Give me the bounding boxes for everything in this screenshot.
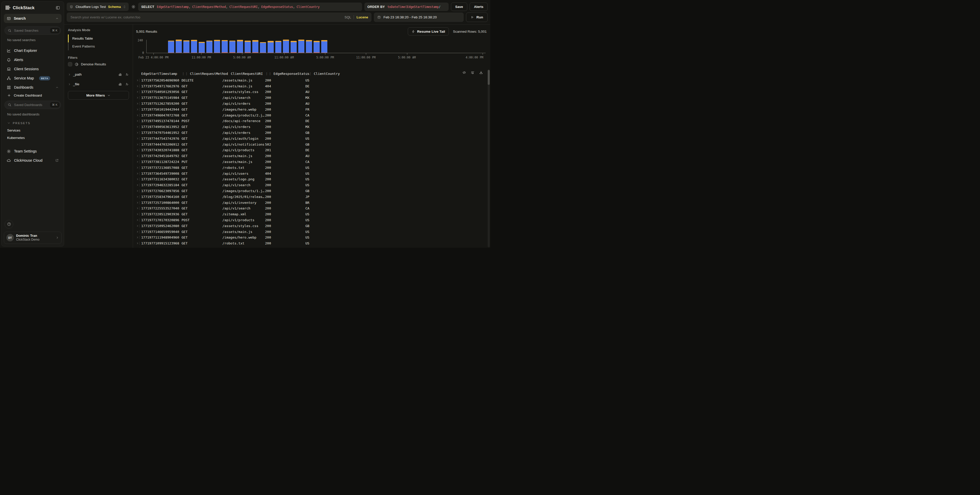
histogram-bar[interactable] xyxy=(199,42,205,53)
row-expand-icon[interactable] xyxy=(136,119,139,123)
histogram-bar[interactable] xyxy=(252,40,258,53)
user-menu[interactable]: DT Dominic Tran ClickStack Demo xyxy=(4,232,62,244)
filter-field-path[interactable]: _path xyxy=(68,70,129,78)
row-expand-icon[interactable] xyxy=(136,102,139,105)
table-row[interactable]: 1771977372136857088GET/robots.txt200US xyxy=(136,165,487,170)
histogram-bar[interactable] xyxy=(313,41,320,53)
mode-sql-toggle[interactable]: SQL xyxy=(344,15,351,19)
column-header-status[interactable]: ⋮⋮EdgeResponseStatus xyxy=(265,72,305,76)
histogram-bar[interactable] xyxy=(206,41,212,53)
column-drag-handle-icon[interactable]: ⋮⋮ xyxy=(265,72,272,76)
histogram-bar[interactable] xyxy=(237,40,243,53)
table-row[interactable]: 1771977513675145984GET/api/v1/search200M… xyxy=(136,95,487,100)
row-expand-icon[interactable] xyxy=(136,213,139,216)
row-expand-icon[interactable] xyxy=(136,196,139,198)
row-expand-icon[interactable] xyxy=(136,96,139,99)
column-drag-handle-icon[interactable]: ⋮⋮ xyxy=(305,72,312,76)
row-expand-icon[interactable] xyxy=(136,189,139,192)
table-row[interactable]: 1771977444703206912GET/api/v1/notificati… xyxy=(136,142,487,147)
row-expand-icon[interactable] xyxy=(136,161,139,163)
histogram-bar[interactable] xyxy=(260,42,266,53)
scrollbar-thumb[interactable] xyxy=(488,70,490,85)
row-expand-icon[interactable] xyxy=(136,178,139,181)
row-expand-icon[interactable] xyxy=(136,242,139,245)
sidebar-item-clickhouse-cloud[interactable]: ClickHouse Cloud xyxy=(4,156,62,165)
table-row[interactable]: 1771977150952462080GET/assets/styles.css… xyxy=(136,223,487,229)
sidebar-item-service-map[interactable]: Service Map BETA xyxy=(4,73,62,83)
table-row[interactable]: 1771977276623097856GET/images/products/1… xyxy=(136,188,487,194)
table-row[interactable]: 1771977294632285184GET/api/v1/search200U… xyxy=(136,182,487,188)
column-drag-handle-icon[interactable]: ⋮⋮ xyxy=(181,72,188,76)
row-expand-icon[interactable] xyxy=(136,131,139,134)
table-row[interactable]: 1771977447543742976GET/api/v1/auth/login… xyxy=(136,135,487,142)
table-row[interactable]: 1771977257100864000GET/api/v1/inventory2… xyxy=(136,200,487,205)
table-row[interactable]: 1771977146659959040GET/assets/main.js200… xyxy=(136,229,487,235)
histogram-bar[interactable] xyxy=(245,41,251,53)
sidebar-item-dashboards[interactable]: Dashboards xyxy=(4,83,62,92)
histogram-bar[interactable] xyxy=(267,41,274,53)
histogram-bar[interactable] xyxy=(176,40,182,53)
code-view-icon[interactable] xyxy=(462,70,466,75)
histogram-bar[interactable] xyxy=(321,40,327,53)
row-expand-icon[interactable] xyxy=(136,137,139,140)
table-row[interactable]: 1771977495137478144POST/docs/api-referen… xyxy=(136,118,487,124)
row-expand-icon[interactable] xyxy=(136,85,139,88)
table-row[interactable]: 1771977111948904960GET/images/hero.webp2… xyxy=(136,235,487,240)
column-header-timestamp[interactable]: EdgeStartTimestamp xyxy=(141,72,181,76)
table-row[interactable]: 1771977490563613952GET/api/v1/orders200M… xyxy=(136,124,487,130)
column-header-country[interactable]: ⋮⋮ClientCountry xyxy=(305,72,487,76)
table-row[interactable]: 1771977381128724224PUT/assets/main.js200… xyxy=(136,159,487,165)
table-row[interactable]: 1771977225553527040GET/api/v1/search200C… xyxy=(136,205,487,212)
select-clause-input[interactable]: SELECTEdgeStartTimestamp, ClientRequestM… xyxy=(138,3,362,11)
sidebar-item-team-settings[interactable]: Team Settings xyxy=(4,146,62,156)
table-row[interactable]: 1771977364549739008GET/api/v1/users404US xyxy=(136,170,487,177)
row-expand-icon[interactable] xyxy=(136,126,139,128)
table-row[interactable]: 1771977109915123968GET/robots.txt200US xyxy=(136,240,487,246)
sidebar-item-client-sessions[interactable]: Client Sessions xyxy=(4,64,62,73)
pin-icon[interactable] xyxy=(125,82,129,86)
row-expand-icon[interactable] xyxy=(136,166,139,169)
column-drag-handle-icon[interactable]: ⋮⋮ xyxy=(223,72,229,76)
table-row[interactable]: 1771977429451649792GET/assets/main.js200… xyxy=(136,153,487,159)
saved-dashboards-search[interactable]: ⌘ K xyxy=(4,100,61,109)
alerts-button[interactable]: Alerts xyxy=(469,3,488,11)
table-row[interactable]: 1771977562054696960DELETE/assets/main.js… xyxy=(136,77,487,83)
histogram-bar[interactable] xyxy=(306,40,312,53)
search-input[interactable] xyxy=(70,15,342,19)
row-expand-icon[interactable] xyxy=(136,143,139,146)
table-row[interactable]: 1771977170170320896POST/api/v1/products2… xyxy=(136,217,487,223)
filter-field-file[interactable]: _file xyxy=(68,80,129,88)
sidebar-item-search[interactable]: Search xyxy=(4,14,62,23)
denoise-checkbox[interactable] xyxy=(68,62,72,67)
row-expand-icon[interactable] xyxy=(136,184,139,186)
table-row[interactable]: 1771977501019442944GET/images/hero.webp2… xyxy=(136,107,487,112)
row-expand-icon[interactable] xyxy=(136,201,139,204)
table-row[interactable]: 1771977258347964160GET/blog/2025/01/rele… xyxy=(136,194,487,200)
saved-searches-search[interactable]: ⌘ K xyxy=(4,26,61,35)
date-range-picker[interactable]: Feb 23 16:38:20 - Feb 25 16:38:20 xyxy=(374,13,464,22)
help-button[interactable] xyxy=(5,220,13,229)
row-expand-icon[interactable] xyxy=(136,219,139,221)
table-row[interactable]: 1771977063496248064GET/assets/main.js200… xyxy=(136,246,487,248)
table-row[interactable]: 1771977311634380032GET/assets/logo.png20… xyxy=(136,177,487,182)
run-button[interactable]: Run xyxy=(466,13,488,22)
histogram-bar[interactable] xyxy=(275,41,282,53)
histogram-bar[interactable] xyxy=(191,40,197,53)
histogram-bar[interactable] xyxy=(229,41,235,53)
row-expand-icon[interactable] xyxy=(136,79,139,82)
mode-results-table[interactable]: Results Table xyxy=(68,35,129,42)
column-header-uri[interactable]: ⋮⋮ClientRequestURI xyxy=(223,72,265,76)
column-header-method[interactable]: ⋮⋮ClientRequestMethod xyxy=(181,72,223,76)
histogram-bar[interactable] xyxy=(183,40,189,53)
chart-mini-icon[interactable] xyxy=(118,73,122,76)
saved-dashboards-input[interactable] xyxy=(14,103,48,107)
saved-searches-input[interactable] xyxy=(14,29,48,33)
table-row[interactable]: 1771977479754461952GET/api/v1/orders200G… xyxy=(136,130,487,135)
row-expand-icon[interactable] xyxy=(136,207,139,210)
table-row[interactable]: 1771977496047072768GET/images/products/2… xyxy=(136,112,487,118)
table-scrollbar[interactable] xyxy=(488,70,490,247)
source-selector[interactable]: Cloudflare Logs Test Schema xyxy=(67,3,129,11)
query-settings-button[interactable] xyxy=(131,5,136,9)
table-row[interactable]: 1771977430320741888GET/api/v1/products20… xyxy=(136,147,487,153)
mode-lucene-toggle[interactable]: Lucene xyxy=(356,15,368,19)
